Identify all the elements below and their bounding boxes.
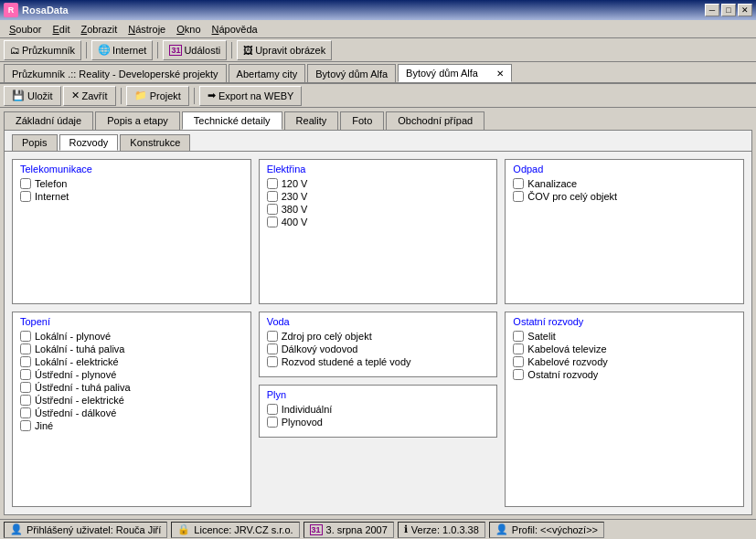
main-tabs: Základní údaje Popis a etapy Technické d… bbox=[0, 108, 756, 130]
item-230v: 230 V bbox=[267, 191, 490, 202]
checkbox-rozvod-studene-teple[interactable] bbox=[267, 356, 278, 367]
menu-zobrazit[interactable]: Zobrazit bbox=[75, 22, 122, 37]
sub-tab-rozvody[interactable]: Rozvody bbox=[59, 134, 119, 151]
item-jine: Jiné bbox=[20, 420, 243, 431]
item-kabelove-rozvody: Kabelové rozvody bbox=[513, 356, 736, 367]
middle-column-bottom: Voda Zdroj pro celý objekt Dálkový vodov… bbox=[259, 312, 498, 508]
toolbar-udalosti[interactable]: 31 Události bbox=[163, 40, 227, 60]
checkbox-plynovod[interactable] bbox=[267, 417, 278, 428]
checkbox-230v[interactable] bbox=[267, 191, 278, 202]
section-title-elektrina: Elektřina bbox=[267, 164, 490, 174]
item-380v: 380 V bbox=[267, 204, 490, 215]
license-icon: 🔒 bbox=[177, 523, 190, 535]
checkbox-ustredni-dalkove[interactable] bbox=[20, 407, 31, 418]
item-individualni: Individuální bbox=[267, 404, 490, 415]
browser-tab-close[interactable]: ✕ bbox=[496, 69, 504, 79]
tab-zakladni-udaje[interactable]: Základní údaje bbox=[4, 111, 93, 130]
menu-soubor[interactable]: Soubor bbox=[4, 22, 47, 37]
toolbar-sep-1 bbox=[86, 42, 87, 58]
sub-tab-popis[interactable]: Popis bbox=[12, 134, 58, 151]
browser-tabs-bar: Průzkumník .:: Reality - Developerské pr… bbox=[0, 62, 756, 84]
section-title-ostatni-rozvody: Ostatní rozvody bbox=[513, 316, 736, 327]
menu-okno[interactable]: Okno bbox=[171, 22, 206, 37]
checkbox-telefon[interactable] bbox=[20, 178, 31, 189]
close-icon: ✕ bbox=[71, 90, 80, 101]
project-icon: 📁 bbox=[134, 90, 147, 101]
export-button[interactable]: ➡ Export na WEBY bbox=[199, 86, 303, 106]
checkbox-lokalni-elektricke[interactable] bbox=[20, 356, 31, 367]
save-button[interactable]: 💾 Uložit bbox=[4, 86, 61, 106]
checkbox-cov[interactable] bbox=[513, 191, 524, 202]
item-satelit: Satelit bbox=[513, 331, 736, 342]
section-odpad: Odpad Kanalizace ČOV pro celý objekt bbox=[505, 159, 744, 304]
action-sep-2 bbox=[194, 88, 195, 104]
checkbox-ustredni-elektricke[interactable] bbox=[20, 395, 31, 406]
checkbox-satelit[interactable] bbox=[513, 331, 524, 342]
checkbox-ostatni-rozvody[interactable] bbox=[513, 369, 524, 380]
browser-tab-0[interactable]: Průzkumník .:: Reality - Developerské pr… bbox=[4, 64, 227, 82]
toolbar-sep-3 bbox=[231, 42, 232, 58]
checkbox-jine[interactable] bbox=[20, 420, 31, 431]
item-rozvod-studene-teple: Rozvod studené a teplé vody bbox=[267, 356, 490, 367]
menu-nastroje[interactable]: Nástroje bbox=[122, 22, 171, 37]
checkbox-lokalni-tuha-paliva[interactable] bbox=[20, 343, 31, 354]
item-ostatni-rozvody: Ostatní rozvody bbox=[513, 369, 736, 380]
toolbar-sep-2 bbox=[157, 42, 158, 58]
checkbox-lokalni-plynove[interactable] bbox=[20, 331, 31, 342]
sub-tabs: Popis Rozvody Konstrukce bbox=[5, 130, 751, 152]
section-elektrina: Elektřina 120 V 230 V 380 V 400 V bbox=[259, 159, 498, 304]
section-title-plyn: Plyn bbox=[267, 389, 490, 400]
browser-tab-3[interactable]: Bytový dům Alfa ✕ bbox=[398, 64, 512, 82]
tab-obchodni-pripad[interactable]: Obchodní případ bbox=[386, 111, 484, 130]
minimize-button[interactable]: ─ bbox=[705, 4, 719, 16]
browser-tab-1[interactable]: Abertamy city bbox=[229, 64, 306, 82]
checkbox-400v[interactable] bbox=[267, 217, 278, 227]
checkbox-120v[interactable] bbox=[267, 178, 278, 189]
calendar-icon: 31 bbox=[310, 524, 323, 535]
checkbox-380v[interactable] bbox=[267, 204, 278, 215]
maximize-button[interactable]: □ bbox=[721, 4, 736, 16]
status-date: 31 3. srpna 2007 bbox=[303, 522, 394, 538]
app-title: RosaData bbox=[22, 5, 69, 16]
status-version: ℹ Verze: 1.0.3.38 bbox=[398, 522, 485, 538]
toolbar-internet[interactable]: 🌐 Internet bbox=[91, 40, 153, 60]
browser-tab-2[interactable]: Bytový dům Alfa bbox=[307, 64, 396, 82]
title-bar-left: R RosaData bbox=[4, 3, 69, 17]
menu-napoveda[interactable]: Nápověda bbox=[207, 22, 263, 37]
menu-bar: Soubor Edit Zobrazit Nástroje Okno Nápov… bbox=[0, 20, 756, 38]
checkbox-ustredni-tuha-paliva[interactable] bbox=[20, 382, 31, 393]
checkbox-dalkovy-vodovod[interactable] bbox=[267, 343, 278, 354]
item-plynovod: Plynovod bbox=[267, 417, 490, 428]
tab-technicke-detaily[interactable]: Technické detaily bbox=[182, 111, 282, 130]
tab-popis-etapy[interactable]: Popis a etapy bbox=[95, 111, 180, 130]
checkbox-internet[interactable] bbox=[20, 191, 31, 202]
checkbox-zdroj-cely-objekt[interactable] bbox=[267, 331, 278, 342]
tab-foto[interactable]: Foto bbox=[340, 111, 384, 130]
section-title-odpad: Odpad bbox=[513, 164, 736, 174]
project-button[interactable]: 📁 Projekt bbox=[126, 86, 189, 106]
item-internet: Internet bbox=[20, 191, 243, 202]
checkbox-individualni[interactable] bbox=[267, 404, 278, 415]
app-icon: R bbox=[4, 3, 18, 17]
item-120v: 120 V bbox=[267, 178, 490, 189]
checkbox-ustredni-plynove[interactable] bbox=[20, 369, 31, 380]
menu-edit[interactable]: Edit bbox=[47, 22, 75, 37]
toolbar-upravit-obrazek[interactable]: 🖼 Upravit obrázek bbox=[237, 40, 332, 60]
status-profile: 👤 Profil: <<výchozí>> bbox=[489, 522, 604, 538]
close-button-action[interactable]: ✕ Zavřít bbox=[63, 86, 116, 106]
tab-reality[interactable]: Reality bbox=[284, 111, 339, 130]
toolbar-pruzkumnik[interactable]: 🗂 Průzkumník bbox=[4, 40, 81, 60]
item-ustredni-tuha-paliva: Ústřední - tuhá paliva bbox=[20, 382, 243, 393]
profile-icon: 👤 bbox=[495, 523, 508, 535]
sub-tab-konstrukce[interactable]: Konstrukce bbox=[120, 134, 190, 151]
section-title-topeni: Topení bbox=[20, 316, 243, 327]
version-icon: ℹ bbox=[404, 523, 408, 535]
checkbox-kabelova-televize[interactable] bbox=[513, 343, 524, 354]
status-license: 🔒 Licence: JRV.CZ s.r.o. bbox=[171, 522, 299, 538]
close-button[interactable]: ✕ bbox=[738, 4, 752, 16]
checkbox-kanalizace[interactable] bbox=[513, 178, 524, 189]
checkbox-kabelove-rozvody[interactable] bbox=[513, 356, 524, 367]
save-icon: 💾 bbox=[12, 90, 25, 101]
item-lokalni-tuha-paliva: Lokální - tuhá paliva bbox=[20, 343, 243, 354]
title-bar: R RosaData ─ □ ✕ bbox=[0, 0, 756, 20]
